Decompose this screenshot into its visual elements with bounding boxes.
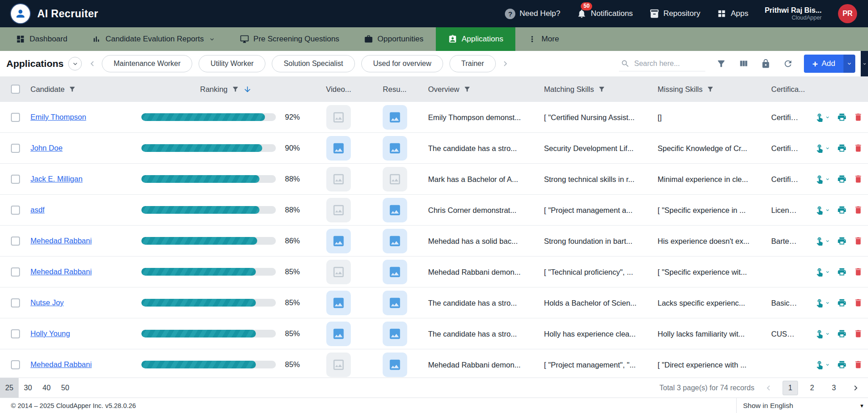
column-header-resume[interactable]: Resu...: [367, 85, 423, 94]
page-3[interactable]: 3: [826, 381, 842, 395]
print-button[interactable]: [837, 205, 847, 215]
video-thumbnail[interactable]: [326, 353, 351, 377]
resume-thumbnail[interactable]: [383, 322, 407, 346]
language-select[interactable]: Show in English ▼: [736, 398, 868, 413]
filter-icon[interactable]: [707, 86, 714, 93]
candidate-link[interactable]: John Doe: [30, 144, 63, 152]
next-page-button[interactable]: [851, 383, 861, 393]
nav-item-applications[interactable]: Applications: [436, 27, 516, 51]
user-menu[interactable]: Prithwi Raj Bis... CloudApper: [765, 6, 822, 21]
quick-action-button[interactable]: [815, 329, 830, 338]
quick-action-button[interactable]: [815, 298, 830, 307]
quick-action-button[interactable]: [815, 360, 830, 369]
resume-thumbnail[interactable]: [383, 291, 407, 315]
nav-item-opportunities[interactable]: Opportunities: [352, 27, 436, 51]
row-checkbox[interactable]: [11, 206, 20, 215]
avatar[interactable]: PR: [838, 4, 857, 23]
print-button[interactable]: [837, 329, 847, 338]
apps-button[interactable]: Apps: [717, 9, 748, 19]
page-size-40[interactable]: 40: [37, 378, 56, 398]
delete-button[interactable]: [853, 143, 863, 153]
filter-pill[interactable]: Used for overview: [361, 55, 443, 72]
filter-pill[interactable]: Solution Specialist: [272, 55, 355, 72]
nav-item-pre-screening-questions[interactable]: Pre Screening Questions: [228, 27, 352, 51]
refresh-icon[interactable]: [783, 59, 793, 69]
app-logo[interactable]: [11, 4, 30, 23]
column-header-missing-skills[interactable]: Missing Skills: [652, 85, 766, 94]
nav-item-more[interactable]: More: [515, 27, 571, 51]
candidate-link[interactable]: Mehedad Rabbani: [30, 267, 92, 276]
view-switcher-button[interactable]: [68, 57, 82, 71]
video-thumbnail[interactable]: [326, 322, 351, 346]
delete-button[interactable]: [853, 360, 863, 369]
sort-desc-icon[interactable]: [243, 85, 252, 94]
column-header-ranking[interactable]: Ranking: [141, 85, 310, 94]
filter-pill[interactable]: Utility Worker: [199, 55, 265, 72]
candidate-link[interactable]: Mehedad Rabbani: [30, 360, 92, 369]
page-size-50[interactable]: 50: [56, 378, 75, 398]
column-header-video[interactable]: Video...: [310, 85, 367, 94]
nav-item-candidate-evalution-reports[interactable]: Candidate Evalution Reports: [80, 27, 227, 51]
delete-button[interactable]: [853, 267, 863, 277]
nav-item-dashboard[interactable]: Dashboard: [4, 27, 80, 51]
video-thumbnail[interactable]: [326, 136, 351, 161]
candidate-link[interactable]: asdf: [30, 206, 45, 214]
video-thumbnail[interactable]: [326, 198, 351, 222]
add-button[interactable]: + Add: [804, 55, 843, 73]
resume-thumbnail[interactable]: [383, 229, 407, 253]
select-all-checkbox[interactable]: [11, 85, 20, 94]
page-size-30[interactable]: 30: [19, 378, 37, 398]
print-button[interactable]: [837, 298, 847, 307]
column-header-overview[interactable]: Overview: [423, 85, 539, 94]
delete-button[interactable]: [853, 174, 863, 184]
column-header-certification[interactable]: Certifica...: [766, 85, 806, 94]
delete-button[interactable]: [853, 329, 863, 338]
lock-icon[interactable]: [761, 59, 771, 69]
filter-icon[interactable]: [716, 59, 726, 69]
video-thumbnail[interactable]: [326, 291, 351, 315]
video-thumbnail[interactable]: [326, 229, 351, 253]
prev-page-button[interactable]: [763, 383, 773, 393]
video-thumbnail[interactable]: [326, 260, 351, 284]
page-2[interactable]: 2: [804, 381, 820, 395]
page-1[interactable]: 1: [783, 381, 798, 395]
column-header-candidate[interactable]: Candidate: [30, 85, 141, 94]
row-checkbox[interactable]: [11, 175, 20, 184]
search-input[interactable]: [634, 60, 698, 68]
row-checkbox[interactable]: [11, 329, 20, 338]
column-header-matching-skills[interactable]: Matching Skills: [539, 85, 652, 94]
quick-action-button[interactable]: [815, 236, 830, 246]
columns-icon[interactable]: [738, 59, 748, 69]
row-checkbox[interactable]: [11, 144, 20, 153]
delete-button[interactable]: [853, 236, 863, 246]
filter-pill[interactable]: Trainer: [449, 55, 496, 72]
filter-icon[interactable]: [598, 86, 605, 93]
filter-icon[interactable]: [232, 86, 239, 93]
notifications-button[interactable]: 50 Notifications: [577, 9, 633, 19]
resume-thumbnail[interactable]: [383, 198, 407, 222]
side-panel-toggle[interactable]: [861, 51, 868, 76]
repository-button[interactable]: Repository: [649, 9, 700, 19]
filter-icon[interactable]: [69, 86, 76, 93]
print-button[interactable]: [837, 267, 847, 277]
candidate-link[interactable]: Jack E. Milligan: [30, 175, 83, 183]
row-checkbox[interactable]: [11, 298, 20, 307]
quick-action-button[interactable]: [815, 143, 830, 153]
candidate-link[interactable]: Nutse Joy: [30, 298, 64, 307]
resume-thumbnail[interactable]: [383, 167, 407, 191]
delete-button[interactable]: [853, 205, 863, 215]
row-checkbox[interactable]: [11, 267, 20, 277]
pills-scroll-left[interactable]: [87, 59, 97, 69]
candidate-link[interactable]: Emily Thompson: [30, 113, 86, 121]
need-help-button[interactable]: ? Need Help?: [505, 9, 560, 19]
page-size-25[interactable]: 25: [0, 378, 19, 398]
quick-action-button[interactable]: [815, 174, 830, 184]
row-checkbox[interactable]: [11, 113, 20, 122]
add-dropdown-button[interactable]: [843, 55, 855, 73]
print-button[interactable]: [837, 112, 847, 122]
row-checkbox[interactable]: [11, 360, 20, 369]
quick-action-button[interactable]: [815, 267, 830, 277]
delete-button[interactable]: [853, 298, 863, 307]
candidate-link[interactable]: Holly Young: [30, 329, 70, 338]
quick-action-button[interactable]: [815, 205, 830, 215]
